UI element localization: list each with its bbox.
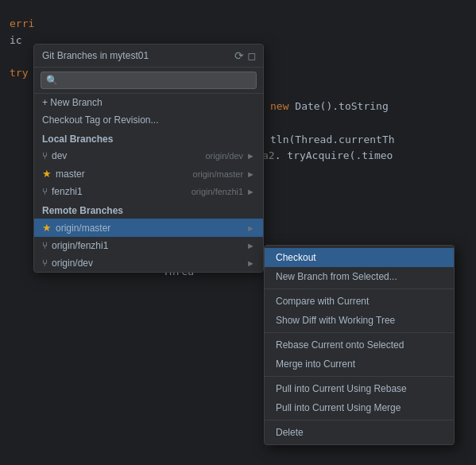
- checkout-tag-button[interactable]: Checkout Tag or Revision...: [34, 111, 263, 129]
- remote-branch-origin-master[interactable]: ★ origin/master ►: [34, 219, 263, 237]
- ctx-new-branch-from-selected[interactable]: New Branch from Selected...: [265, 267, 454, 286]
- chevron-origin-fenzhi1: ►: [246, 241, 255, 250]
- ctx-checkout[interactable]: Checkout: [265, 248, 454, 267]
- ctx-rebase[interactable]: Rebase Current onto Selected: [265, 335, 454, 355]
- ctx-pull-merge[interactable]: Pull into Current Using Merge: [265, 398, 454, 417]
- ctx-delete[interactable]: Delete: [265, 423, 454, 442]
- ctx-pull-rebase[interactable]: Pull into Current Using Rebase: [265, 379, 454, 398]
- branch-icon-origin-dev: ⑂: [42, 258, 48, 269]
- chevron-origin-master: ►: [246, 223, 255, 233]
- chevron-dev: ►: [246, 151, 255, 161]
- local-branch-dev[interactable]: ⑂ dev origin/dev ►: [34, 147, 263, 165]
- chevron-origin-dev: ►: [246, 258, 255, 268]
- panel-title: Git Branches in mytest01: [42, 50, 149, 61]
- ctx-divider-3: [265, 376, 454, 377]
- chevron-master: ►: [246, 169, 255, 179]
- branch-icon-origin-fenzhi1: ⑂: [42, 240, 48, 251]
- local-branch-master-label: master: [56, 169, 85, 180]
- settings-icon[interactable]: □: [249, 49, 255, 62]
- ctx-divider-1: [265, 289, 454, 289]
- ctx-merge[interactable]: Merge into Current: [265, 355, 454, 374]
- remote-branch-origin-fenzhi1-label: origin/fenzhi1: [52, 240, 108, 251]
- panel-header: Git Branches in mytest01 ⟳ □: [34, 45, 263, 68]
- code-line-1: erri: [0, 16, 476, 33]
- search-box: [34, 68, 263, 94]
- remote-branch-origin-fenzhi1[interactable]: ⑂ origin/fenzhi1 ►: [34, 237, 263, 254]
- refresh-icon[interactable]: ⟳: [234, 49, 244, 62]
- star-icon-origin-master: ★: [42, 222, 52, 234]
- remote-branch-origin-dev[interactable]: ⑂ origin/dev ►: [34, 254, 263, 272]
- new-branch-button[interactable]: + New Branch: [34, 94, 263, 111]
- local-branch-dev-remote: origin/dev: [205, 151, 243, 161]
- ctx-compare-with-current[interactable]: Compare with Current: [265, 292, 454, 311]
- local-branch-master-remote: origin/master: [193, 169, 244, 179]
- local-branch-dev-label: dev: [52, 150, 67, 161]
- branch-panel: Git Branches in mytest01 ⟳ □ + New Branc…: [33, 44, 264, 273]
- ctx-divider-2: [265, 332, 454, 333]
- remote-branch-origin-dev-label: origin/dev: [52, 258, 93, 269]
- local-branch-fenzhi1-remote: origin/fenzhi1: [192, 187, 243, 196]
- chevron-fenzhi1: ►: [246, 187, 255, 196]
- star-icon-master: ★: [42, 168, 52, 180]
- ctx-divider-4: [265, 420, 454, 420]
- local-branch-fenzhi1[interactable]: ⑂ fenzhi1 origin/fenzhi1 ►: [34, 183, 263, 200]
- remote-branches-label: Remote Branches: [34, 200, 263, 219]
- branch-icon-fenzhi1: ⑂: [42, 186, 48, 197]
- local-branch-master[interactable]: ★ master origin/master ►: [34, 165, 263, 183]
- panel-icon-group: ⟳ □: [234, 49, 255, 62]
- branch-icon-dev: ⑂: [42, 150, 48, 161]
- ctx-show-diff[interactable]: Show Diff with Working Tree: [265, 311, 454, 330]
- context-menu: Checkout New Branch from Selected... Com…: [264, 245, 455, 445]
- local-branches-label: Local Branches: [34, 129, 263, 147]
- branch-search-input[interactable]: [41, 72, 257, 89]
- local-branch-fenzhi1-label: fenzhi1: [52, 186, 83, 197]
- remote-branch-origin-master-label: origin/master: [56, 223, 110, 234]
